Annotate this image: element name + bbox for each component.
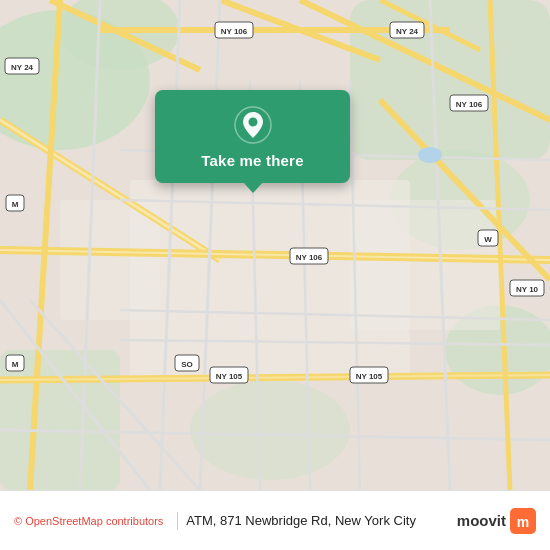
svg-rect-10 xyxy=(350,200,500,330)
svg-text:NY 106: NY 106 xyxy=(456,100,483,109)
svg-point-7 xyxy=(190,380,350,480)
svg-text:NY 106: NY 106 xyxy=(296,253,323,262)
osm-copyright-symbol: © OpenStreetMap contributors xyxy=(14,515,163,527)
location-pin-icon xyxy=(234,106,272,144)
map-container: NY 106 NY 24 NY 24 NY 106 NY 105 NY 105 … xyxy=(0,0,550,490)
popup-card[interactable]: Take me there xyxy=(155,90,350,183)
svg-text:W: W xyxy=(484,235,492,244)
bottom-bar: © OpenStreetMap contributors ATM, 871 Ne… xyxy=(0,490,550,550)
divider xyxy=(177,512,178,530)
svg-rect-3 xyxy=(350,0,550,160)
location-label: ATM, 871 Newbridge Rd, New York City xyxy=(186,513,456,528)
svg-text:NY 24: NY 24 xyxy=(11,63,34,72)
svg-text:M: M xyxy=(12,360,19,369)
svg-text:NY 10: NY 10 xyxy=(516,285,539,294)
svg-point-63 xyxy=(418,147,442,163)
svg-text:SO: SO xyxy=(181,360,193,369)
moovit-text: moovit xyxy=(457,512,506,529)
take-me-there-button[interactable]: Take me there xyxy=(201,152,303,169)
svg-text:NY 105: NY 105 xyxy=(216,372,243,381)
svg-text:NY 24: NY 24 xyxy=(396,27,419,36)
svg-text:m: m xyxy=(517,514,529,530)
osm-attribution: © OpenStreetMap contributors xyxy=(14,515,163,527)
svg-rect-9 xyxy=(60,200,160,320)
svg-text:NY 105: NY 105 xyxy=(356,372,383,381)
moovit-icon: m xyxy=(510,508,536,534)
map-background: NY 106 NY 24 NY 24 NY 106 NY 105 NY 105 … xyxy=(0,0,550,490)
svg-text:NY 106: NY 106 xyxy=(221,27,248,36)
svg-point-65 xyxy=(248,118,257,127)
svg-text:M: M xyxy=(12,200,19,209)
moovit-logo: moovit m xyxy=(457,508,536,534)
